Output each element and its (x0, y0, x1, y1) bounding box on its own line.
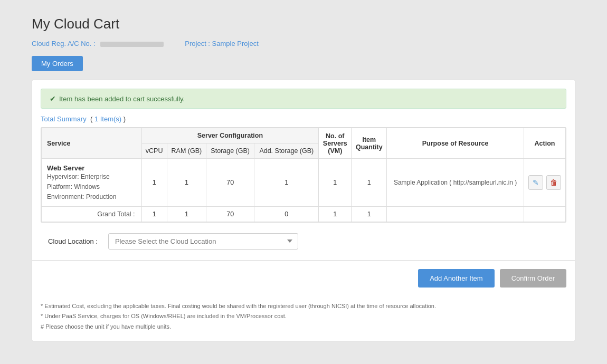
gt-action (524, 206, 565, 222)
check-icon: ✔ (50, 94, 56, 103)
service-detail: Hypervisor: EnterprisePlatform: WindowsE… (47, 172, 138, 203)
main-card: ✔ Item has been added to cart successful… (32, 80, 575, 341)
service-name: Web Server (47, 164, 138, 172)
success-alert: ✔ Item has been added to cart successful… (41, 89, 566, 109)
th-action: Action (524, 128, 565, 159)
cloud-location-row: Cloud Location : Please Select the Cloud… (32, 223, 575, 260)
item-count: 1 Item(s) (94, 115, 121, 123)
gt-ram: 1 (167, 206, 206, 222)
grand-total-row: Grand Total : 1 1 70 0 1 1 (42, 206, 566, 222)
footnote-3: # Please choose the unit if you have mul… (41, 322, 566, 332)
td-no-of-servers: 1 (319, 159, 352, 207)
cloud-reg-link[interactable]: Cloud Reg. A/C No. : (32, 40, 164, 47)
th-server-config: Server Configuration (141, 128, 319, 143)
gt-item-quantity: 1 (352, 206, 387, 222)
td-add-storage: 1 (254, 159, 319, 207)
delete-button[interactable]: 🗑 (546, 175, 561, 190)
th-no-of-servers: No. ofServers(VM) (319, 128, 352, 159)
cloud-reg-value (100, 42, 164, 47)
footnote-1: * Estimated Cost, excluding the applicab… (41, 301, 566, 312)
td-vcpu: 1 (141, 159, 167, 207)
cart-table: Service Server Configuration No. ofServe… (41, 128, 566, 222)
gt-purpose (387, 206, 524, 222)
gt-add-storage: 0 (254, 206, 319, 222)
td-action: ✎ 🗑 (524, 159, 565, 207)
page-wrapper: My Cloud Cart Cloud Reg. A/C No. : Proje… (0, 0, 607, 357)
td-purpose: Sample Application ( http://sampleurl.ni… (387, 159, 524, 207)
project-link[interactable]: Project : Sample Project (185, 40, 258, 47)
td-storage: 70 (206, 159, 254, 207)
alert-message: Item has been added to cart successfully… (59, 95, 185, 103)
td-ram: 1 (167, 159, 206, 207)
cloud-reg: Cloud Reg. A/C No. : (32, 40, 164, 47)
td-service: Web Server Hypervisor: EnterprisePlatfor… (42, 159, 142, 207)
meta-row: Cloud Reg. A/C No. : Project : Sample Pr… (32, 40, 575, 47)
cloud-location-label: Cloud Location : (48, 237, 98, 245)
gt-vcpu: 1 (141, 206, 167, 222)
confirm-order-button[interactable]: Confirm Order (500, 269, 566, 288)
edit-button[interactable]: ✎ (528, 175, 543, 190)
table-wrapper: Service Server Configuration No. ofServe… (41, 127, 566, 223)
footnote-2: * Under PaaS Service, charges for OS (Wi… (41, 311, 566, 322)
th-add-storage: Add. Storage (GB) (254, 143, 319, 159)
footnotes: * Estimated Cost, excluding the applicab… (32, 296, 575, 341)
grand-total-label: Grand Total : (42, 206, 142, 222)
add-another-item-button[interactable]: Add Another Item (418, 269, 494, 288)
td-item-quantity: 1 (352, 159, 387, 207)
th-item-quantity: ItemQuantity (352, 128, 387, 159)
gt-storage: 70 (206, 206, 254, 222)
my-orders-button[interactable]: My Orders (32, 56, 83, 71)
total-summary-label: Total Summary ( 1 Item(s) ) (32, 109, 575, 127)
cloud-location-select[interactable]: Please Select the Cloud Location (108, 233, 298, 250)
gt-no-of-servers: 1 (319, 206, 352, 222)
th-vcpu: vCPU (141, 143, 167, 159)
th-storage: Storage (GB) (206, 143, 254, 159)
th-service: Service (42, 128, 142, 159)
th-ram: RAM (GB) (167, 143, 206, 159)
page-title: My Cloud Cart (32, 16, 575, 32)
bottom-actions: Add Another Item Confirm Order (32, 260, 575, 296)
th-purpose: Purpose of Resource (387, 128, 524, 159)
table-row: Web Server Hypervisor: EnterprisePlatfor… (42, 159, 566, 207)
